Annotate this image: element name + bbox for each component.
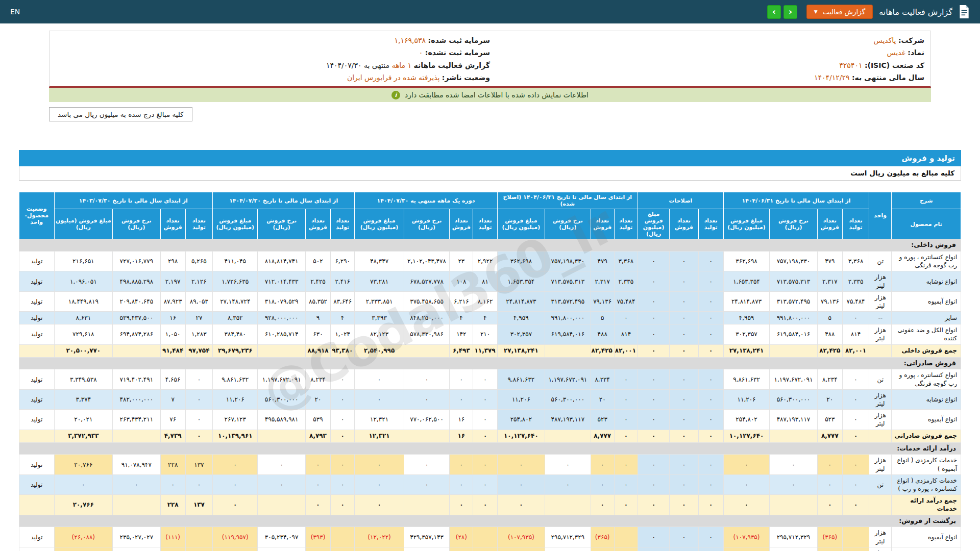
section-label: درآمد ارائه خدمات: <box>19 442 961 455</box>
value-cell: ۴۸۷,۱۹۳,۱۱۷ <box>545 410 591 430</box>
value-cell: ۹۳,۳۸۰ <box>331 344 355 357</box>
value-cell: ۲,۳۳۵ <box>842 271 869 291</box>
value-cell: ۰ <box>638 344 670 357</box>
value-cell: ۰ <box>723 455 769 474</box>
company-info-right-column: شرکت: پاکدیس نماد: غدیس کد صنعت (ISIC): … <box>490 35 924 83</box>
value-cell: ۳,۳۶۸ <box>614 252 638 271</box>
value-cell: ۰ <box>670 252 698 271</box>
value-cell: (۳۵) <box>305 547 330 551</box>
value-cell: ۶۹۴,۸۷۴,۲۸۶ <box>113 324 160 344</box>
header-group: دوره یک ماهه منتهی به ۱۴۰۴/۰۷/۳۰ <box>355 192 497 209</box>
value-cell: ۳۶۲,۶۹۸ <box>497 252 545 271</box>
value-cell: ۳۱۸,۰۷۹,۵۲۹ <box>258 291 305 311</box>
registered-capital-field: سرمایه ثبت شده: ۱,۱۶۹,۵۳۸ <box>56 35 490 45</box>
value-cell: ۰ <box>185 430 212 442</box>
report-type-button[interactable]: گزارش فعالیت ▼ <box>806 5 873 19</box>
value-cell <box>404 430 449 442</box>
value-cell: ۲۹۵,۷۱۲,۳۲۹ <box>545 527 591 547</box>
info-icon: i <box>391 91 400 99</box>
value-cell: ۲,۵۴۰,۹۹۵ <box>355 344 404 357</box>
status-cell: تولید <box>19 291 55 311</box>
header-subcolumn: تعداد فروش <box>305 209 330 239</box>
value-cell: ۰ <box>670 474 698 494</box>
value-cell: (۳۶۵) <box>591 527 614 547</box>
header-subcolumn: نرخ فروش (ریال) <box>545 209 591 239</box>
value-cell: (۲۲,۰۱۹) <box>497 547 545 551</box>
value-cell: ۰ <box>638 474 670 494</box>
header-subcolumn: تعداد تولید <box>331 209 355 239</box>
value-cell: ۲۰,۵۰۰,۷۷۰ <box>54 344 113 357</box>
header-desc: شرح <box>892 192 961 209</box>
value-cell: ۷۱۳,۵۷۵,۳۱۳ <box>545 271 591 291</box>
data-row: انواع کنسانتره ، پوره و رب گوجه فرنگیتن۳… <box>19 252 961 271</box>
value-cell: ۰ <box>258 474 305 494</box>
value-cell: ۰ <box>638 527 670 547</box>
signed-match-notice: اطلاعات نمایش داده شده با اطلاعات امضا ش… <box>49 88 931 102</box>
value-cell: ۸۸,۹۱۸ <box>305 344 330 357</box>
value-cell: ۶۷۰,۲۰۰,۰۰۰ <box>404 547 449 551</box>
header-subcolumn: تعداد تولید <box>473 209 497 239</box>
value-cell: ۳۰۲,۳۵۷ <box>497 324 545 344</box>
unit-cell: هزار لیتر <box>869 527 892 547</box>
value-cell <box>614 527 638 547</box>
value-cell: ۸۱۸,۸۱۴,۷۴۱ <box>258 252 305 271</box>
value-cell: ۵۷۸,۳۳۰,۹۸۶ <box>404 324 449 344</box>
value-cell: ۳۰۲,۳۵۷ <box>723 324 769 344</box>
value-cell: ۰ <box>670 527 698 547</box>
next-report-button[interactable]: › <box>767 5 781 19</box>
value-cell: ۱,۰۵۰ <box>160 324 185 344</box>
value-cell: ۰ <box>113 474 160 494</box>
value-cell: ۷۱۲,۰۱۴,۴۳۳ <box>258 271 305 291</box>
value-cell: ۱۳۷ <box>185 495 212 515</box>
status-cell: تولید <box>19 312 55 324</box>
header-subcolumn: تعداد تولید <box>185 209 212 239</box>
value-cell: ۰ <box>614 410 638 430</box>
value-cell: ۰ <box>473 410 497 430</box>
value-cell: ۰ <box>404 455 449 474</box>
value-cell: ۲۶۳,۴۳۴,۲۱۱ <box>113 410 160 430</box>
data-row: انواع نوشابههزار لیتر۰۲۰۵۶۰,۳۰۰,۰۰۰۱۱,۲۰… <box>19 389 961 409</box>
product-name-cell: انواع آبمیوه <box>892 527 961 547</box>
value-cell: ۱,۱۹۷,۶۷۲,۰۹۱ <box>770 369 817 389</box>
value-cell: ۹ <box>305 312 330 324</box>
value-cell: ۰ <box>614 389 638 409</box>
value-cell: ۰ <box>670 324 698 344</box>
value-cell: ۲۱۶,۶۵۱ <box>54 252 113 271</box>
value-cell: ۱,۱۹۷,۶۷۲,۰۹۱ <box>258 369 305 389</box>
value-cell: ۵ <box>591 312 614 324</box>
value-cell: ۸۹,۰۵۳ <box>185 291 212 311</box>
value-cell: ۵۳۹,۴۳۷,۵۰۰ <box>113 312 160 324</box>
value-cell: ۵۲۳ <box>591 410 614 430</box>
value-cell: ۰ <box>591 495 614 515</box>
value-cell: ۷۱۹,۴۰۲,۴۹۱ <box>113 369 160 389</box>
value-cell: ۲۰ <box>591 389 614 409</box>
value-cell: ۶۱۰,۲۸۵,۷۱۴ <box>258 324 305 344</box>
value-cell: ۲۳۵,۰۲۷,۰۲۷ <box>113 527 160 547</box>
value-cell: ۲,۳۳۵ <box>614 271 638 291</box>
header-subcolumn: تعداد فروش <box>817 209 842 239</box>
status-cell <box>19 495 55 515</box>
status-cell: تولید <box>19 389 55 409</box>
value-cell <box>614 547 638 551</box>
value-cell: ۰ <box>614 495 638 515</box>
value-cell: ۸,۷۹۳ <box>305 430 330 442</box>
ticker-link[interactable]: غدیس <box>887 48 905 57</box>
value-cell: ۰ <box>331 474 355 494</box>
value-cell: ۰ <box>450 389 473 409</box>
language-toggle[interactable]: EN <box>10 8 20 16</box>
value-cell: ۲,۱۲۶ <box>185 271 212 291</box>
value-cell: ۲۰,۰۲۱ <box>54 410 113 430</box>
value-cell <box>545 430 591 442</box>
value-cell: ۶۱۹,۵۸۴,۰۱۶ <box>770 324 817 344</box>
value-cell: ۰ <box>213 455 258 474</box>
unit-cell: هزار لیتر <box>869 547 892 551</box>
value-cell: ۰ <box>670 369 698 389</box>
product-name-cell: انواع آبمیوه <box>892 291 961 311</box>
value-cell: ۹۱,۴۸۴ <box>160 344 185 357</box>
value-cell: ۱,۷۲۶,۶۳۵ <box>213 271 258 291</box>
prev-report-button[interactable]: ‹ <box>783 5 797 19</box>
status-cell <box>19 430 55 442</box>
company-name-link[interactable]: پاکدیس <box>874 36 896 44</box>
value-cell: ۰ <box>698 455 723 474</box>
product-name-cell: انواع نوشابه <box>892 389 961 409</box>
